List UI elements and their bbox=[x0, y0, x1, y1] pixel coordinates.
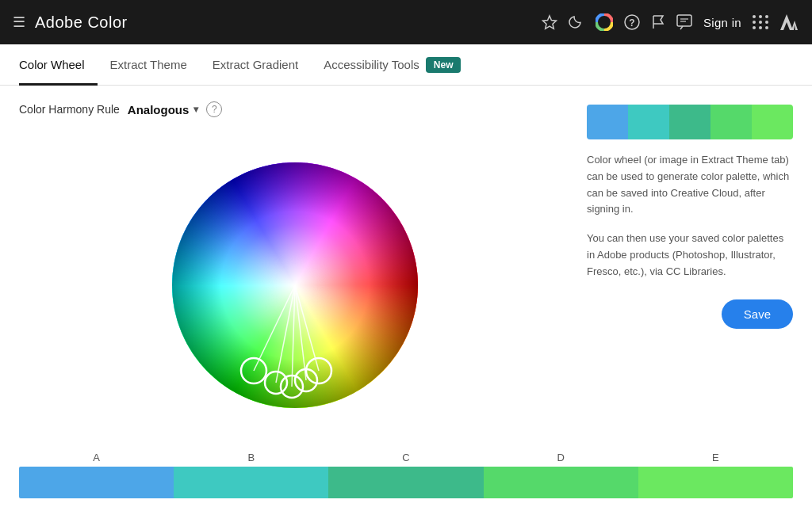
flag-icon[interactable] bbox=[651, 14, 665, 30]
svg-marker-0 bbox=[543, 16, 557, 29]
palette-swatch-e[interactable] bbox=[752, 105, 793, 139]
description-text-2: You can then use your saved color palett… bbox=[587, 231, 793, 280]
new-badge: New bbox=[426, 57, 462, 73]
palette-swatch-d[interactable] bbox=[710, 105, 752, 139]
strip-colors bbox=[19, 467, 793, 498]
header-icons: ? Sign in bbox=[542, 13, 799, 31]
harmony-select[interactable]: Analogous ▾ bbox=[128, 103, 199, 116]
tab-extract-theme[interactable]: Extract Theme bbox=[98, 44, 200, 86]
left-panel: Color Harmony Rule Analogous ▾ ? bbox=[19, 101, 571, 440]
palette-swatch-a[interactable] bbox=[587, 105, 628, 139]
menu-icon[interactable]: ☰ bbox=[13, 13, 25, 31]
help-icon[interactable]: ? bbox=[624, 14, 640, 30]
moon-icon[interactable] bbox=[569, 14, 584, 30]
palette-swatch-c[interactable] bbox=[669, 105, 710, 139]
adobe-logo-icon[interactable] bbox=[780, 14, 799, 30]
color-wheel-container[interactable] bbox=[19, 130, 571, 440]
right-panel: Color wheel (or image in Extract Theme t… bbox=[587, 101, 793, 440]
strip-color-b[interactable] bbox=[174, 467, 328, 498]
strip-color-e[interactable] bbox=[638, 467, 793, 498]
palette-preview bbox=[587, 105, 793, 139]
color-wheel-canvas[interactable] bbox=[160, 151, 430, 420]
harmony-help-icon[interactable]: ? bbox=[206, 101, 222, 117]
strip-label-e: E bbox=[638, 448, 793, 467]
svg-rect-4 bbox=[677, 15, 691, 26]
strip-label-c: C bbox=[328, 448, 483, 467]
strip-color-a[interactable] bbox=[19, 467, 174, 498]
strip-color-c[interactable] bbox=[328, 467, 483, 498]
main-content: Color Harmony Rule Analogous ▾ ? bbox=[0, 86, 812, 511]
chat-icon[interactable] bbox=[676, 14, 692, 30]
strip-label-a: A bbox=[19, 448, 174, 467]
tab-extract-gradient[interactable]: Extract Gradient bbox=[200, 44, 311, 86]
strip-color-d[interactable] bbox=[484, 467, 638, 498]
app-title: Adobe Color bbox=[35, 13, 532, 32]
description-text-1: Color wheel (or image in Extract Theme t… bbox=[587, 152, 793, 218]
harmony-rule-label: Color Harmony Rule bbox=[19, 103, 120, 116]
chevron-down-icon: ▾ bbox=[193, 104, 198, 115]
app-header: ☰ Adobe Color bbox=[0, 0, 812, 44]
strip-label-d: D bbox=[484, 448, 638, 467]
sign-in-button[interactable]: Sign in bbox=[703, 16, 741, 29]
tab-color-wheel[interactable]: Color Wheel bbox=[19, 44, 98, 86]
harmony-selected-value: Analogous bbox=[128, 103, 190, 116]
save-button[interactable]: Save bbox=[722, 299, 793, 329]
strip-labels: A B C D E bbox=[19, 448, 793, 467]
bottom-strip: A B C D E bbox=[0, 448, 812, 511]
svg-text:?: ? bbox=[629, 17, 634, 29]
nav-tabs: Color Wheel Extract Theme Extract Gradie… bbox=[0, 44, 812, 86]
palette-swatch-b[interactable] bbox=[628, 105, 669, 139]
star-icon[interactable] bbox=[542, 14, 557, 30]
color-spectrum-icon[interactable] bbox=[596, 13, 613, 31]
content-area: Color Harmony Rule Analogous ▾ ? bbox=[0, 86, 812, 448]
tab-accessibility-tools[interactable]: Accessibility Tools New bbox=[311, 44, 473, 86]
apps-grid-icon[interactable] bbox=[753, 15, 769, 29]
harmony-rule-row: Color Harmony Rule Analogous ▾ ? bbox=[19, 101, 571, 117]
strip-label-b: B bbox=[174, 448, 328, 467]
